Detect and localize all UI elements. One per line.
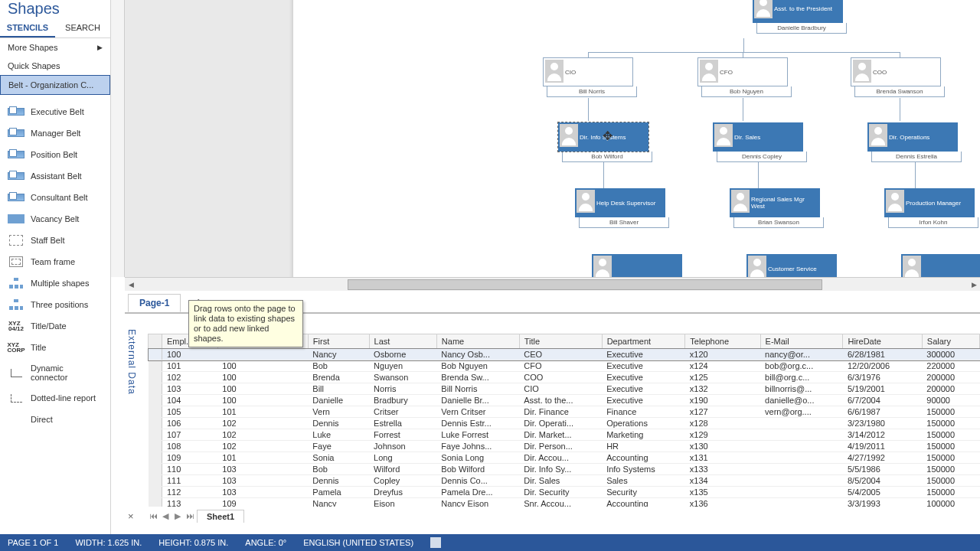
close-icon[interactable]: × [128, 510, 134, 522]
row-handle[interactable] [149, 452, 162, 464]
table-row[interactable]: 101100BobNguyenBob NguyenCFOExecutivex12… [149, 360, 980, 372]
stencil-title[interactable]: XYZCORPTitle [0, 337, 110, 358]
org-card-cio[interactable]: CIO Bill Norris [543, 57, 633, 97]
more-shapes[interactable]: More Shapes ▶ [0, 38, 110, 57]
table-row[interactable]: 103100BillNorrisBill NorrisCIOExecutivex… [149, 383, 980, 395]
org-card-asst[interactable]: Asst. to the President Danielle Bradbury [753, 0, 843, 34]
column-header[interactable]: First [308, 334, 369, 349]
horizontal-scrollbar[interactable]: ◀ ▶ [125, 277, 980, 291]
row-handle[interactable] [149, 395, 162, 406]
column-header[interactable]: Department [602, 334, 685, 349]
stencil-staff-belt[interactable]: Staff Belt [0, 230, 110, 251]
table-row[interactable]: 111103DennisCopleyDennis Co...Dir. Sales… [149, 475, 980, 487]
scroll-right-icon[interactable]: ▶ [968, 279, 980, 291]
org-card-dops[interactable]: Dir. Operations Dennis Estrella [867, 122, 958, 162]
column-header[interactable]: HireDate [843, 334, 922, 349]
table-row[interactable]: 100NancyOsborneNancy Osb...CEOExecutivex… [149, 349, 980, 360]
table-row[interactable]: 104100DanielleBradburyDanielle Br...Asst… [149, 395, 980, 406]
stencil-consultant-belt[interactable]: Consultant Belt [0, 187, 110, 208]
column-header[interactable]: Name [436, 334, 519, 349]
stencil-direct[interactable]: Direct [0, 409, 110, 430]
stencil-manager-belt[interactable]: Manager Belt [0, 122, 110, 144]
row-handle[interactable] [149, 498, 162, 507]
row-handle[interactable] [149, 372, 162, 383]
quick-shapes[interactable]: Quick Shapes [0, 57, 110, 75]
scroll-track[interactable] [137, 279, 968, 291]
table-row[interactable]: 102100BrendaSwansonBrenda Sw...COOExecut… [149, 372, 980, 383]
table-cell: 150000 [922, 441, 979, 452]
org-card-dsales[interactable]: Dir. Sales Dennis Copley [713, 122, 803, 162]
table-row[interactable]: 105101VernCritserVern CritserDir. Financ… [149, 406, 980, 418]
org-card-coo[interactable]: COO Brenda Swanson [851, 57, 941, 97]
column-header[interactable]: Telephone [685, 334, 760, 349]
org-card-help[interactable]: Help Desk Supervisor Bill Shaver [575, 188, 665, 228]
sheet-tab[interactable]: Sheet1 [197, 510, 244, 523]
drag-rows-tooltip: Drag rows onto the page to link data to … [188, 300, 303, 347]
calendar-icon[interactable] [430, 537, 441, 548]
tab-stencils[interactable]: STENCILS [0, 19, 55, 37]
stencil-assistant-belt[interactable]: Assistant Belt [0, 165, 110, 187]
sheet-prev-icon[interactable]: ◀ [160, 511, 171, 521]
row-handle[interactable] [149, 475, 162, 487]
row-handle[interactable] [149, 418, 162, 429]
scroll-left-icon[interactable]: ◀ [125, 279, 137, 291]
row-handle[interactable] [149, 360, 162, 372]
table-cell: 109 [217, 498, 308, 507]
table-row[interactable]: 112103PamelaDreyfusPamela Dre...Dir. Sec… [149, 487, 980, 498]
row-handle[interactable] [149, 349, 162, 360]
row-handle[interactable] [149, 487, 162, 498]
stencil-position-belt[interactable]: Position Belt [0, 144, 110, 165]
column-header[interactable]: E-Mail [760, 334, 843, 349]
sheet-first-icon[interactable]: ⏮ [148, 511, 158, 520]
stencil-belt-org[interactable]: Belt - Organization C... [0, 75, 110, 95]
table-cell: Sales [602, 475, 685, 487]
table-cell: Nancy [308, 349, 369, 360]
table-row[interactable]: 107102LukeForrestLuke ForrestDir. Market… [149, 429, 980, 441]
table-cell [760, 498, 843, 507]
column-header[interactable]: Title [519, 334, 602, 349]
stencil-team-frame[interactable]: Team frame [0, 251, 110, 272]
org-card-cfo[interactable]: CFO Bob Nguyen [697, 57, 788, 97]
stencil-three-positions[interactable]: Three positions [0, 294, 110, 315]
stencil-label: Dynamic connector [31, 364, 103, 382]
page-surface[interactable]: Asst. to the President Danielle Bradbury… [293, 0, 980, 291]
external-data-label: External Data [126, 329, 137, 395]
page-tab-1[interactable]: Page-1 [128, 294, 181, 312]
table-row[interactable]: 108102FayeJohnsonFaye Johns...Dir. Perso… [149, 441, 980, 452]
sheet-next-icon[interactable]: ▶ [172, 511, 183, 521]
table-cell: Sonia [308, 452, 369, 464]
stencil-multiple-shapes[interactable]: Multiple shapes [0, 272, 110, 294]
sheet-last-icon[interactable]: ⏭ [185, 511, 195, 520]
column-header[interactable]: Salary [922, 334, 979, 349]
column-header[interactable]: Last [369, 334, 436, 349]
table-cell: Dennis [308, 418, 369, 429]
stencil-dynamic-connector[interactable]: Dynamic connector [0, 358, 110, 387]
table-row[interactable]: 110103BobWilfordBob WilfordDir. Info Sy.… [149, 464, 980, 475]
table-cell: Accounting [602, 452, 685, 464]
org-card-dis[interactable]: Dir. Info Systems Bob Wilford [558, 122, 648, 162]
org-card-name: Irfon Kohn [888, 217, 978, 228]
row-handle[interactable] [149, 441, 162, 452]
stencil-title-date[interactable]: XYZ04/12Title/Date [0, 315, 110, 337]
tab-search[interactable]: SEARCH [55, 19, 110, 37]
row-handle[interactable] [149, 429, 162, 441]
table-cell: 4/27/1992 [843, 452, 922, 464]
row-handle[interactable] [149, 406, 162, 418]
org-card-pm[interactable]: Production Manager Irfon Kohn [884, 188, 975, 228]
table-row[interactable]: 106102DennisEstrellaDennis Estr...Dir. O… [149, 418, 980, 429]
stencil-vacancy-belt[interactable]: Vacancy Belt [0, 208, 110, 230]
drawing-canvas[interactable]: Asst. to the President Danielle Bradbury… [125, 0, 980, 291]
stencil-executive-belt[interactable]: Executive Belt [0, 101, 110, 122]
sheet-tabs: ⏮ ◀ ▶ ⏭ Sheet1 [148, 508, 244, 523]
table-cell: x134 [685, 475, 760, 487]
table-row[interactable]: 109101SoniaLongSonia LongDir. Accou...Ac… [149, 452, 980, 464]
org-card-header: CIO [543, 57, 633, 86]
row-handle[interactable] [149, 383, 162, 395]
row-handle[interactable] [149, 464, 162, 475]
org-card-rsm[interactable]: Regional Sales Mgr West Brian Swanson [730, 188, 820, 228]
table-row[interactable]: 113109NancyEisonNancy EisonSnr. Accou...… [149, 498, 980, 507]
stencil-dotted-line-report[interactable]: Dotted-line report [0, 387, 110, 409]
table-cell: 111 [162, 475, 218, 487]
data-grid[interactable]: Empl...SupervisorIDFirstLastNameTitleDep… [148, 334, 980, 507]
scroll-thumb[interactable] [348, 279, 822, 290]
